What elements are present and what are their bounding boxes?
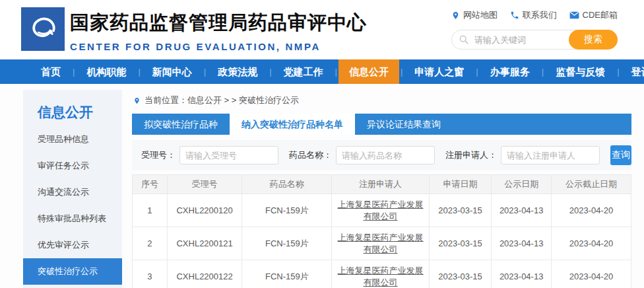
- table-row: 1CXHL2200120FCN-159片上海复星医药产业发展有限公司2023-0…: [133, 194, 631, 227]
- column-header: 序号: [133, 175, 168, 194]
- nav-separator: |: [138, 67, 140, 77]
- site-title-en: CENTER FOR DRUG EVALUATION, NMPA: [70, 41, 367, 52]
- nav-item[interactable]: 新闻中心: [142, 59, 203, 84]
- sitemap-link-label: 网站地图: [463, 9, 498, 21]
- results-table: 序号受理号药品名称注册申请人申请日期公示日期公示截止日期 1CXHL220012…: [132, 174, 631, 288]
- filter-fields: 受理号：药品名称：注册申请人：: [141, 146, 610, 164]
- applicant-cell[interactable]: 上海复星医药产业发展有限公司: [332, 260, 429, 288]
- table-cell: 2023-04-13: [492, 227, 552, 260]
- nav-item-active[interactable]: 信息公开: [338, 59, 399, 84]
- nav-item[interactable]: 办事服务: [480, 59, 540, 84]
- query-button[interactable]: 查询: [610, 145, 631, 165]
- location-pin-icon: [451, 11, 460, 20]
- nav-item[interactable]: 党建工作: [273, 59, 334, 84]
- filter-group: 受理号：: [141, 146, 278, 164]
- location-pin-icon: [133, 96, 141, 105]
- filter-label: 药品名称：: [289, 149, 332, 161]
- sidebar-item[interactable]: 优先审评公示: [23, 232, 122, 258]
- nav-separator: |: [542, 67, 544, 77]
- contact-link-label: 联系我们: [523, 9, 557, 21]
- table-cell: FCN-159片: [242, 194, 332, 227]
- main-nav: 首页|机构职能|新闻中心|政策法规|党建工作|信息公开|申请人之窗|办事服务|监…: [0, 59, 644, 84]
- tab-bar: 拟突破性治疗品种纳入突破性治疗品种名单异议论证结果查询: [132, 114, 631, 135]
- table-cell: 3: [133, 260, 168, 288]
- filter-input[interactable]: [336, 146, 435, 164]
- site-title-block: 国家药品监督管理局药品审评中心 CENTER FOR DRUG EVALUATI…: [70, 10, 367, 52]
- contact-link[interactable]: 联系我们: [510, 9, 557, 21]
- filter-label: 注册申请人：: [445, 149, 497, 161]
- nav-item[interactable]: 监督与反馈: [545, 59, 616, 84]
- sidebar-title: 信息公开: [23, 90, 122, 126]
- table-cell: 2023-03-15: [429, 227, 492, 260]
- nav-separator: |: [73, 67, 75, 77]
- sidebar-item-active[interactable]: 突破性治疗公示: [23, 258, 122, 285]
- applicant-cell[interactable]: 上海复星医药产业发展有限公司: [332, 227, 429, 260]
- nav-separator: |: [476, 67, 478, 77]
- table-cell: 2023-04-13: [492, 260, 552, 288]
- main-panel: 当前位置：信息公开 > > 突破性治疗公示 拟突破性治疗品种纳入突破性治疗品种名…: [132, 84, 631, 288]
- sidebar-item[interactable]: 沟通交流公示: [23, 179, 122, 205]
- breadcrumb: 当前位置：信息公开 > > 突破性治疗公示: [133, 94, 631, 106]
- tab-active[interactable]: 纳入突破性治疗品种名单: [230, 114, 355, 135]
- search-icon: [459, 34, 469, 45]
- tab[interactable]: 异议论证结果查询: [355, 114, 453, 135]
- content-area: 信息公开 受理品种信息审评任务公示沟通交流公示特殊审批品种列表优先审评公示突破性…: [0, 84, 644, 288]
- table-cell: 2023-03-15: [429, 194, 492, 227]
- table-row: 3CXHL2200122FCN-159片上海复星医药产业发展有限公司2023-0…: [133, 260, 631, 288]
- tab[interactable]: 拟突破性治疗品种: [132, 114, 230, 135]
- table-cell: CXHL2200122: [167, 260, 242, 288]
- nav-item[interactable]: 申请人之窗: [404, 59, 474, 84]
- column-header: 申请日期: [429, 175, 492, 194]
- sidebar-item[interactable]: 审评任务公示: [23, 153, 122, 179]
- column-header: 公示日期: [492, 175, 552, 194]
- sidebar-item[interactable]: 受理品种信息: [23, 126, 122, 153]
- phone-icon: [510, 11, 519, 20]
- search-button[interactable]: 搜索: [569, 30, 618, 50]
- filter-group: 药品名称：: [289, 146, 435, 164]
- table-header-row: 序号受理号药品名称注册申请人申请日期公示日期公示截止日期: [133, 175, 631, 194]
- nav-item[interactable]: 登记备案平台: [621, 59, 644, 84]
- table-row: 2CXHL2200121FCN-159片上海复星医药产业发展有限公司2023-0…: [133, 227, 631, 260]
- site-header: 国家药品监督管理局药品审评中心 CENTER FOR DRUG EVALUATI…: [0, 0, 644, 59]
- filter-input[interactable]: [179, 146, 278, 164]
- table-cell: 2023-03-15: [429, 260, 492, 288]
- nav-item[interactable]: 机构职能: [76, 59, 137, 84]
- site-search: 搜索: [451, 30, 618, 50]
- table-cell: 2: [133, 227, 168, 260]
- table-cell: CXHL2200120: [167, 194, 242, 227]
- mailbox-link[interactable]: CDE邮箱: [569, 9, 618, 21]
- filter-label: 受理号：: [141, 149, 176, 161]
- quick-links: 网站地图 联系我们 CDE邮箱: [451, 9, 618, 21]
- column-header: 受理号: [167, 175, 242, 194]
- filter-input[interactable]: [501, 146, 600, 164]
- cde-logo: [21, 7, 65, 51]
- site-title-cn: 国家药品监督管理局药品审评中心: [70, 10, 367, 36]
- cde-logo-swirl-icon: [25, 11, 61, 47]
- nav-separator: |: [204, 67, 206, 77]
- nav-separator: |: [401, 67, 402, 77]
- nav-separator: |: [335, 67, 337, 77]
- sidebar-item[interactable]: 三合一序列公示: [23, 285, 122, 288]
- table-cell: 2023-04-20: [552, 194, 631, 227]
- applicant-cell[interactable]: 上海复星医药产业发展有限公司: [332, 194, 429, 227]
- nav-separator: |: [269, 67, 271, 77]
- table-body: 1CXHL2200120FCN-159片上海复星医药产业发展有限公司2023-0…: [133, 194, 631, 288]
- table-cell: FCN-159片: [242, 260, 332, 288]
- table-cell: FCN-159片: [242, 227, 332, 260]
- header-right: 网站地图 联系我们 CDE邮箱 搜索: [451, 9, 618, 50]
- table-cell: 2023-04-20: [552, 227, 631, 260]
- sidebar-items: 受理品种信息审评任务公示沟通交流公示特殊审批品种列表优先审评公示突破性治疗公示三…: [23, 126, 122, 288]
- nav-item[interactable]: 政策法规: [207, 59, 268, 84]
- sitemap-link[interactable]: 网站地图: [451, 9, 498, 21]
- filter-bar: 受理号：药品名称：注册申请人： 查询: [132, 140, 631, 170]
- mail-icon: [569, 11, 579, 19]
- column-header: 药品名称: [242, 175, 332, 194]
- table-cell: 1: [133, 194, 168, 227]
- mailbox-link-label: CDE邮箱: [583, 9, 618, 21]
- breadcrumb-text: 当前位置：信息公开 > > 突破性治疗公示: [145, 94, 299, 106]
- filter-group: 注册申请人：: [445, 146, 600, 164]
- sidebar: 信息公开 受理品种信息审评任务公示沟通交流公示特殊审批品种列表优先审评公示突破性…: [23, 90, 122, 288]
- nav-item[interactable]: 首页: [30, 59, 71, 84]
- sidebar-item[interactable]: 特殊审批品种列表: [23, 205, 122, 232]
- table-cell: CXHL2200121: [167, 227, 242, 260]
